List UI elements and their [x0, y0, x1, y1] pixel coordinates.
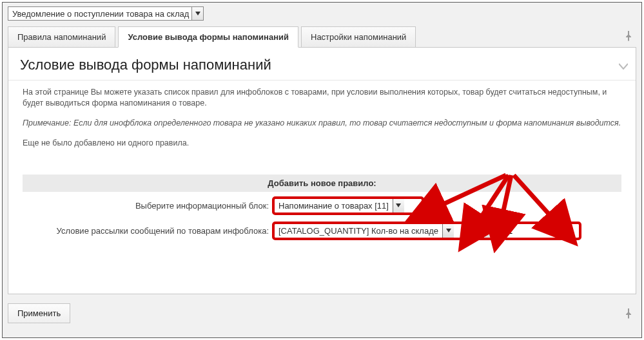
- label-iblock: Выберите информационный блок:: [23, 201, 274, 211]
- row-iblock: Выберите информационный блок: Напоминани…: [23, 194, 621, 217]
- info-none: Еще не было добавлено ни одного правила.: [23, 138, 621, 149]
- chevron-down-icon[interactable]: [191, 7, 203, 20]
- apply-button[interactable]: Применить: [8, 303, 70, 323]
- mailing-select[interactable]: Уведомление о поступлении товара на скла…: [8, 6, 204, 21]
- tabs-row: Правила напоминаний Условие вывода формы…: [3, 26, 641, 47]
- tab-settings-label: Настройки напоминаний: [311, 32, 406, 42]
- info-note: Примечание: Если для инофблока определен…: [23, 118, 621, 129]
- pin-icon[interactable]: [625, 308, 632, 321]
- apply-button-label: Применить: [17, 308, 61, 318]
- field-condition-area: [CATALOG_QUANTITY] Кол-во на складе <: [274, 223, 580, 238]
- add-rule-heading: Добавить новое правило:: [23, 175, 621, 192]
- top-select-wrap: Уведомление о поступлении товара на скла…: [3, 3, 641, 26]
- pin-icon[interactable]: [625, 31, 632, 43]
- select-operator-value: <: [474, 226, 483, 236]
- mailing-select-value: Уведомление о поступлении товара на скла…: [12, 9, 191, 19]
- tab-settings[interactable]: Настройки напоминаний: [301, 26, 416, 48]
- panel-title: Условие вывода формы напоминаний: [20, 57, 271, 73]
- select-iblock[interactable]: Напоминание о товарах [11]: [274, 198, 422, 213]
- field-iblock-area: Напоминание о товарах [11]: [274, 198, 422, 213]
- panel: Условие вывода формы напоминаний На этой…: [8, 47, 636, 294]
- main-container: Уведомление о поступлении товара на скла…: [2, 2, 642, 338]
- select-condition-value: [CATALOG_QUANTITY] Кол-во на складе: [278, 226, 442, 236]
- collapse-icon[interactable]: [619, 57, 628, 73]
- info-p1: На этой странице Вы можете указать списо…: [23, 87, 621, 109]
- apply-wrap: Применить: [3, 299, 641, 328]
- chevron-down-icon[interactable]: [393, 199, 404, 212]
- chevron-down-icon[interactable]: [483, 224, 495, 238]
- panel-title-row: Условие вывода формы напоминаний: [8, 48, 636, 80]
- select-condition[interactable]: [CATALOG_QUANTITY] Кол-во на складе: [274, 223, 465, 238]
- tab-rules-label: Правила напоминаний: [17, 32, 106, 42]
- select-iblock-value: Напоминание о товарах [11]: [278, 201, 393, 211]
- row-condition: Условие рассылки сообщений по товарам ин…: [23, 220, 621, 242]
- info-block: На этой странице Вы можете указать списо…: [8, 80, 636, 160]
- label-condition: Условие рассылки сообщений по товарам ин…: [23, 226, 274, 236]
- tab-rules[interactable]: Правила напоминаний: [8, 26, 115, 48]
- tab-conditions[interactable]: Условие вывода формы напоминаний: [118, 26, 298, 48]
- tab-conditions-label: Условие вывода формы напоминаний: [128, 32, 289, 42]
- chevron-down-icon[interactable]: [442, 224, 454, 238]
- input-value[interactable]: [505, 223, 580, 238]
- select-operator[interactable]: <: [470, 223, 500, 238]
